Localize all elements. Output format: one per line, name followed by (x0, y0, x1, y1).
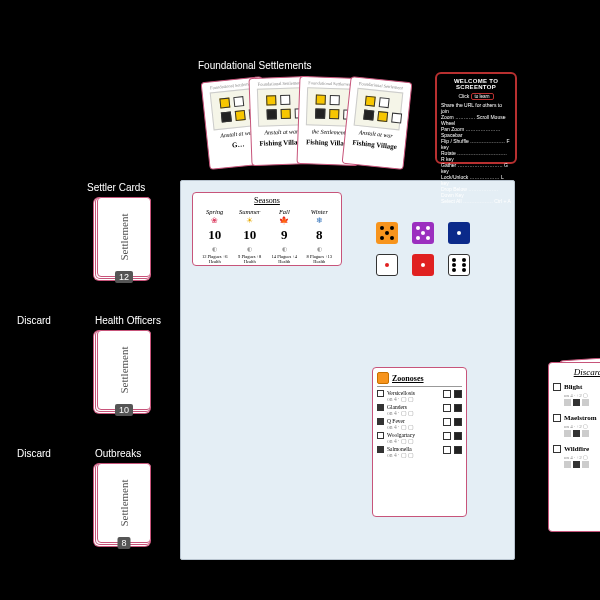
deck-back-label: Settlement (118, 479, 130, 526)
season-value: 8 (302, 226, 337, 244)
outbreaks-deck-count: 8 (117, 537, 130, 549)
deck-back-label: Settlement (118, 346, 130, 393)
rules-line: Drop Below ……………… Down Key (441, 187, 511, 198)
season-dot: ◐ (267, 244, 302, 253)
seasons-title: Seasons (197, 196, 337, 205)
season-icon: ☀ (232, 216, 267, 226)
season-icon: 🍁 (267, 216, 302, 226)
token-icon (454, 418, 462, 426)
checkbox-icon[interactable] (377, 432, 384, 439)
rules-heading: WELCOME TO SCREENTOP (441, 78, 511, 90)
label-health-officers: Health Officers (95, 315, 161, 326)
zoonoses-row: Woolgartacyon 4 · ▢ ▢ (377, 432, 462, 444)
health-deck-count: 10 (115, 404, 133, 416)
zoonoses-name: Woolgartacyon 4 · ▢ ▢ (387, 432, 440, 444)
checkbox-icon[interactable] (377, 418, 384, 425)
zoonoses-name: Q Feveron 4 · ▢ ▢ (387, 418, 440, 430)
season-footer: 14 Plagues +4 Health (267, 253, 302, 266)
outbreaks-deck[interactable]: Settlement 8 (97, 463, 151, 543)
rules-line: Gather ……………………… G key (441, 163, 511, 174)
rules-button-row: Click to learn (441, 93, 511, 100)
token-icon (454, 390, 462, 398)
seasons-card[interactable]: Seasons SpringSummerFallWinter ❀☀🍁❄ 1010… (192, 192, 342, 266)
partial-card-front[interactable]: Discard Blighton 4 · +2 ▢Maelstromon 4 ·… (548, 362, 600, 532)
season-icon: ❄ (302, 216, 337, 226)
rules-click-text: Click (458, 93, 469, 99)
season-footer: 12 Plagues +6 Health (197, 253, 232, 266)
partial-row: Wildfireon 4 · +2 ▢ (553, 445, 600, 470)
rules-learn-button[interactable]: to learn (471, 93, 494, 100)
settler-deck[interactable]: Settlement 12 (97, 197, 151, 277)
token-icon (443, 446, 451, 454)
partial-row: Maelstromon 4 · +2 ▢ (553, 414, 600, 439)
zoonoses-row: Glanderson 4 · ▢ ▢ (377, 404, 462, 416)
rules-line: Flip / Shuffle ………………… F key (441, 139, 511, 150)
label-discard-1: Discard (17, 315, 51, 326)
zoonoses-name: Glanderson 4 · ▢ ▢ (387, 404, 440, 416)
token-icon (443, 432, 451, 440)
zoonoses-card[interactable]: Zoonoses Versicellosison 4 · ▢ ▢Glanders… (372, 367, 467, 517)
label-foundational: Foundational Settlements (198, 60, 311, 71)
rules-line: Rotate ………………………… R key (441, 151, 511, 162)
rules-line: Share the URL for others to join (441, 103, 511, 114)
token-icon (443, 418, 451, 426)
rules-card[interactable]: WELCOME TO SCREENTOP Click to learn Shar… (435, 72, 517, 164)
season-name: Winter (302, 207, 337, 216)
foundational-card[interactable]: Foundational SettlementAnstalt at warFis… (342, 76, 413, 170)
season-value: 10 (197, 226, 232, 244)
die[interactable] (448, 254, 470, 276)
die[interactable] (376, 222, 398, 244)
season-dot: ◐ (197, 244, 232, 253)
zoonoses-row: Q Feveron 4 · ▢ ▢ (377, 418, 462, 430)
rules-line: Zoom ………… Scroll Mouse Wheel (441, 115, 511, 126)
die[interactable] (412, 254, 434, 276)
die[interactable] (376, 254, 398, 276)
settler-deck-count: 12 (115, 271, 133, 283)
token-icon (443, 404, 451, 412)
zoonoses-row: Salmonellaon 4 · ▢ ▢ (377, 446, 462, 458)
health-deck[interactable]: Settlement 10 (97, 330, 151, 410)
zoonoses-name: Versicellosison 4 · ▢ ▢ (387, 390, 440, 402)
seasons-table: SpringSummerFallWinter ❀☀🍁❄ 101098 ◐◐◐◐ … (197, 207, 337, 266)
season-dot: ◐ (302, 244, 337, 253)
season-name: Spring (197, 207, 232, 216)
rules-line: Select All ……………… Ctrl + A (441, 199, 511, 205)
token-icon (454, 404, 462, 412)
season-name: Summer (232, 207, 267, 216)
token-icon (443, 390, 451, 398)
label-outbreaks: Outbreaks (95, 448, 141, 459)
zoonoses-row: Versicellosison 4 · ▢ ▢ (377, 390, 462, 402)
checkbox-icon[interactable] (377, 446, 384, 453)
zoonoses-name: Salmonellaon 4 · ▢ ▢ (387, 446, 440, 458)
checkbox-icon[interactable] (377, 404, 384, 411)
season-name: Fall (267, 207, 302, 216)
season-dot: ◐ (232, 244, 267, 253)
season-value: 9 (267, 226, 302, 244)
season-value: 10 (232, 226, 267, 244)
zoonoses-title: Zoonoses (392, 374, 424, 383)
deck-back-label: Settlement (118, 213, 130, 260)
label-settler-cards: Settler Cards (87, 182, 145, 193)
die[interactable] (412, 222, 434, 244)
partial-title: Discard (553, 367, 600, 377)
season-icon: ❀ (197, 216, 232, 226)
checkbox-icon[interactable] (377, 390, 384, 397)
label-discard-2: Discard (17, 448, 51, 459)
token-icon (454, 432, 462, 440)
partial-row: Blighton 4 · +2 ▢ (553, 383, 600, 408)
die[interactable] (448, 222, 470, 244)
season-footer: 8 Plagues +13 Health (302, 253, 337, 266)
token-icon (454, 446, 462, 454)
zoonoses-icon (377, 372, 389, 384)
rules-line: Lock/Unlock ……………… L key (441, 175, 511, 186)
rules-line: Pan Zoom ………………… Spacebar (441, 127, 511, 138)
season-footer: 9 Plagues +8 Health (232, 253, 267, 266)
